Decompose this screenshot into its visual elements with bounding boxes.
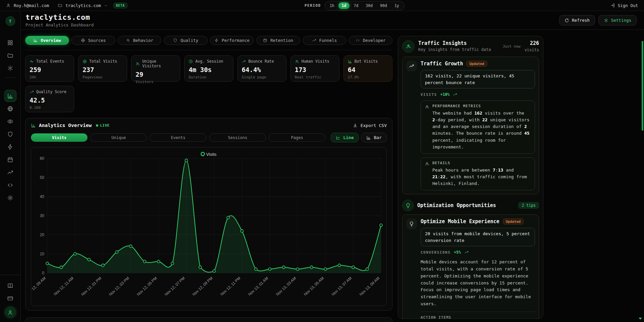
tab-developer[interactable]: Developer: [348, 36, 392, 45]
sparkles-icon: [425, 105, 429, 109]
account-email: Roy.h@mail.com: [14, 3, 49, 8]
visits-line-chart[interactable]: 0102030405060Nov 12, 09 AMNov 12, 11 AMN…: [31, 147, 387, 306]
period-1y[interactable]: 1y: [391, 2, 402, 9]
period-90d[interactable]: 90d: [377, 2, 390, 9]
settings-label: Settings: [611, 18, 631, 23]
sidebar-item-docs[interactable]: [4, 279, 16, 292]
dashboard-grid-icon: [7, 40, 13, 46]
metric-tab-pages[interactable]: Pages: [269, 133, 325, 142]
stat-value: 173: [295, 66, 335, 73]
stat-sub: Single page: [242, 75, 282, 79]
page-header: traclytics.com Project Analytics Dashboa…: [21, 11, 644, 30]
sidebar-item-advanced-settings[interactable]: [4, 192, 16, 204]
tab-label: Overview: [41, 38, 61, 43]
stat-sub: Visitors: [136, 80, 176, 84]
section-title: Analytics Overview: [39, 123, 92, 128]
sign-out-label: Sign Out: [618, 3, 638, 8]
bar-label: Bar: [374, 135, 381, 140]
updated-ago: Just now: [503, 44, 521, 49]
sidebar-item-retention[interactable]: [4, 153, 16, 166]
subsection-text: The website had 162 visits over the 2-da…: [432, 110, 531, 150]
svg-text:Nov 12, 03 PM: Nov 12, 03 PM: [108, 276, 130, 297]
sidebar-item-funnels[interactable]: [4, 166, 16, 178]
tab-quality[interactable]: Quality: [164, 36, 208, 45]
metric-tab-visits[interactable]: Visits: [31, 133, 88, 142]
sidebar-item-developer[interactable]: [4, 179, 16, 191]
svg-text:30: 30: [40, 213, 45, 218]
svg-text:Nov 13, 07 AM: Nov 13, 07 AM: [331, 276, 353, 297]
chart-canvas: 0102030405060Nov 12, 09 AMNov 12, 11 AMN…: [32, 149, 386, 306]
tab-sources[interactable]: Sources: [71, 36, 115, 45]
shield-icon: [173, 38, 177, 43]
stat-sub: 24h: [30, 75, 70, 79]
sidebar-item-behavior[interactable]: [4, 115, 16, 127]
metric-tab-unique[interactable]: Unique: [90, 133, 147, 142]
chart-type-line-button[interactable]: Line: [331, 133, 359, 142]
period-label: PERIOD: [305, 3, 321, 8]
metric-tab-events[interactable]: Events: [150, 133, 206, 142]
tab-retention[interactable]: Retention: [256, 36, 300, 45]
project-avatar[interactable]: T: [5, 16, 15, 26]
opportunities-title: Optimization Opportunities: [417, 202, 496, 208]
stat-total-events: Total Events 259 24h: [25, 55, 74, 82]
subsection-label: PERFORMANCE METRICS: [432, 104, 531, 108]
period-1d[interactable]: 1d: [338, 2, 350, 9]
gear-icon: [7, 65, 13, 71]
chart-type-bar-button[interactable]: Bar: [361, 133, 386, 142]
export-csv-button[interactable]: Export CSV: [353, 123, 387, 128]
stat-unique-visitors: Unique Visitors 29 Visitors: [131, 55, 180, 82]
refresh-button[interactable]: Refresh: [559, 15, 595, 25]
trending-up-icon: [7, 169, 13, 176]
stat-value: 64.4%: [242, 66, 282, 73]
user-avatar[interactable]: [5, 307, 16, 318]
sidebar-item-settings[interactable]: [4, 62, 16, 74]
visits-count-value: 226: [525, 40, 539, 46]
subsection-text: Peak hours are between 7:13 and 21:22, w…: [432, 167, 531, 187]
activity-icon: [30, 59, 34, 64]
settings-button[interactable]: Settings: [598, 15, 637, 25]
book-icon: [7, 282, 13, 289]
gear-icon: [604, 18, 608, 23]
sidebar-item-projects[interactable]: [4, 49, 16, 61]
stat-label: Quality Score: [36, 89, 66, 94]
tab-behavior[interactable]: Behavior: [118, 36, 162, 45]
sidebar-item-dashboard[interactable]: [4, 37, 16, 49]
sidebar-divider: [5, 77, 15, 78]
sign-out-button[interactable]: Sign Out: [610, 3, 638, 8]
sparkle-icon: [126, 38, 130, 43]
svg-text:Visits: Visits: [206, 152, 217, 157]
tab-performance[interactable]: Performance: [210, 36, 254, 45]
page-title: traclytics.com: [25, 13, 94, 21]
sidebar-item-quality[interactable]: [4, 128, 16, 140]
scroll-down-caret: [639, 318, 642, 320]
metric-tab-sessions[interactable]: Sessions: [209, 133, 266, 142]
insights-subtitle: Key insights from traffic data: [418, 47, 491, 52]
live-label: LIVE: [100, 123, 110, 128]
sidebar-item-sources[interactable]: [4, 103, 16, 115]
insight-title: Optimize Mobile Experience: [421, 218, 499, 224]
bar-chart-icon: [348, 59, 352, 64]
metric-label: VISITS: [421, 92, 437, 97]
chevron-down-icon[interactable]: [104, 4, 108, 7]
insight-quote: 162 visits, 22 unique visitors, 45 perce…: [421, 70, 535, 88]
scrollbar-thumb[interactable]: [642, 41, 643, 131]
stat-sub: Real traffic: [295, 75, 335, 79]
subsection-label: DETAILS: [432, 161, 531, 165]
insights-title: Traffic Insights: [418, 40, 491, 46]
stat-bounce-rate: Bounce Rate 64.4% Single page: [237, 55, 286, 82]
period-30d[interactable]: 30d: [362, 2, 376, 9]
lightbulb-icon-badge: [402, 200, 414, 211]
svg-text:50: 50: [40, 175, 45, 180]
sidebar-item-billing[interactable]: [4, 292, 16, 304]
sidebar-item-performance[interactable]: [4, 141, 16, 153]
tab-funnels[interactable]: Funnels: [303, 36, 346, 45]
stat-sub: 0-100: [30, 106, 70, 110]
period-7d[interactable]: 7d: [350, 2, 362, 9]
stat-label: Unique Visitors: [142, 59, 176, 68]
period-selector: PERIOD 1h 1d 7d 30d 90d 1y: [305, 0, 405, 11]
project-selector[interactable]: traclytics.com: [65, 3, 101, 8]
period-1h[interactable]: 1h: [326, 2, 338, 9]
sidebar: T: [0, 11, 21, 322]
tab-overview[interactable]: Overview: [25, 36, 69, 45]
sidebar-item-overview[interactable]: [4, 90, 16, 102]
